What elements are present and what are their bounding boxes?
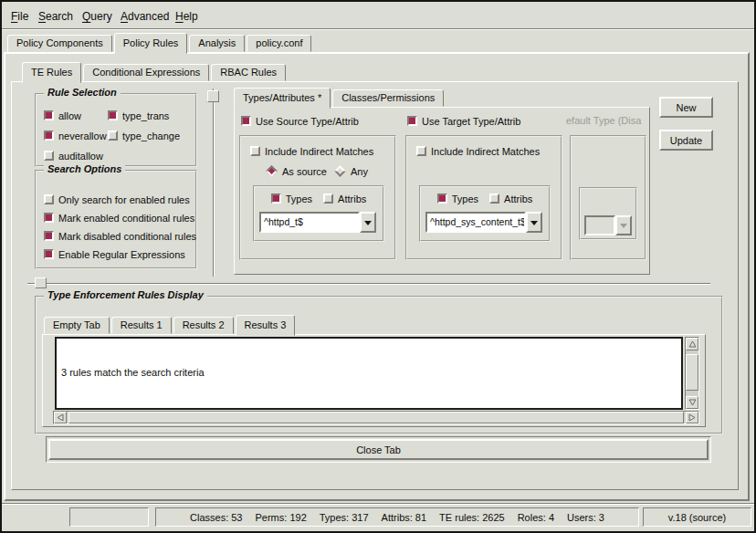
results-tabbar: Empty Tab Results 1 Results 2 Results 3 [44, 315, 295, 336]
radio-label: As source [282, 166, 327, 177]
stat-users: Users: 3 [567, 512, 604, 523]
status-stats-panel: Classes: 53 Perms: 192 Types: 317 Attrib… [155, 507, 639, 527]
results-vertical-scrollbar[interactable] [685, 337, 699, 410]
checkbox-indicator [241, 116, 251, 126]
checkbox-label: Include Indirect Matches [431, 146, 540, 157]
results-summary: 3 rules match the search criteria [61, 366, 681, 379]
tab-types-attributes[interactable]: Types/Attributes * [234, 88, 331, 109]
horizontal-sash-line [27, 283, 710, 285]
radio-any[interactable]: Any [334, 165, 368, 177]
menu-query[interactable]: Query [82, 10, 112, 24]
checkbox-label: auditallow [58, 151, 103, 162]
tab-results-3[interactable]: Results 3 [236, 315, 296, 336]
chevron-down-icon [620, 224, 627, 232]
checkbox-indicator [416, 146, 426, 156]
tab-analysis[interactable]: Analysis [189, 35, 245, 52]
checkbox-regex[interactable]: Enable Regular Expressions [44, 248, 185, 260]
tab-cond-expr[interactable]: Conditional Expressions [83, 64, 209, 81]
blank-line [61, 404, 681, 410]
checkbox-label: allow [58, 110, 81, 121]
checkbox-use-target[interactable]: Use Target Type/Attrib [407, 115, 520, 127]
close-tab-button[interactable]: Close Tab [48, 439, 709, 460]
tab-rbac-rules[interactable]: RBAC Rules [211, 64, 286, 81]
checkbox-target-indirect[interactable]: Include Indirect Matches [416, 145, 540, 157]
checkbox-target-attribs[interactable]: Attribs [489, 193, 532, 204]
checkbox-mark-enabled[interactable]: Mark enabled conditional rules [44, 212, 194, 224]
checkbox-source-indirect[interactable]: Include Indirect Matches [250, 145, 373, 157]
checkbox-allow[interactable]: allow [44, 110, 81, 121]
tab-results-2[interactable]: Results 2 [173, 317, 234, 334]
checkbox-label: type_trans [122, 110, 169, 121]
status-empty-panel [69, 507, 149, 527]
checkbox-indicator [271, 193, 281, 204]
vertical-sash-handle[interactable] [207, 90, 219, 102]
triangle-right-icon [688, 413, 696, 422]
menu-advanced[interactable]: Advanced [121, 10, 169, 24]
triangle-left-icon [57, 413, 64, 422]
new-button[interactable]: New [659, 97, 713, 118]
default-type-combobox [584, 215, 632, 235]
tab-policy-conf[interactable]: policy.conf [247, 35, 311, 52]
checkbox-type-change[interactable]: type_change [108, 130, 180, 141]
checkbox-indicator [44, 151, 54, 161]
scroll-up-button[interactable] [686, 338, 698, 350]
tab-results-1[interactable]: Results 1 [111, 317, 172, 334]
checkbox-indicator [407, 116, 417, 126]
target-type-entry[interactable]: ^httpd_sys_content_t$ [425, 212, 526, 233]
target-type-dropdown-button[interactable] [526, 212, 542, 233]
checkbox-indicator [44, 110, 54, 120]
scroll-thumb[interactable] [68, 412, 684, 423]
checkbox-indicator [44, 249, 54, 259]
menu-search[interactable]: Search [38, 10, 73, 24]
checkbox-target-types[interactable]: Types [437, 193, 478, 204]
results-textarea[interactable]: 3 rules match the search criteria (5822)… [55, 337, 683, 410]
checkbox-label: Types [452, 193, 478, 204]
target-type-combobox: ^httpd_sys_content_t$ [425, 212, 542, 233]
default-type-entry [584, 215, 615, 235]
default-type-title: efault Type (Disa [566, 115, 646, 127]
checkbox-auditallow[interactable]: auditallow [44, 150, 103, 162]
checkbox-indicator [44, 213, 54, 223]
checkbox-mark-disabled[interactable]: Mark disabled conditional rules [44, 230, 196, 242]
triangle-up-icon [688, 340, 697, 348]
source-type-entry[interactable]: ^httpd_t$ [259, 212, 360, 233]
checkbox-label: Types [286, 193, 312, 204]
scroll-down-button[interactable] [686, 396, 698, 409]
checkbox-indicator [250, 146, 260, 156]
results-title: Type Enforcement Rules Display [44, 289, 207, 300]
stat-attribs: Attribs: 81 [382, 512, 427, 523]
checkbox-label: Use Source Type/Attrib [256, 116, 359, 127]
checkbox-use-source[interactable]: Use Source Type/Attrib [241, 115, 359, 127]
checkbox-type-trans[interactable]: type_trans [108, 110, 169, 121]
results-horizontal-scrollbar[interactable] [53, 411, 699, 424]
chevron-down-icon [364, 221, 372, 229]
scroll-left-button[interactable] [54, 412, 67, 423]
tab-policy-rules[interactable]: Policy Rules [114, 33, 188, 54]
tab-empty[interactable]: Empty Tab [44, 317, 110, 334]
stat-roles: Roles: 4 [518, 512, 554, 523]
menu-file[interactable]: File [11, 10, 28, 24]
tab-classes-permissions[interactable]: Classes/Permissions [332, 89, 444, 107]
checkbox-source-attribs[interactable]: Attribs [323, 193, 366, 204]
close-tab-ring: Close Tab [46, 436, 711, 463]
update-button[interactable]: Update [659, 130, 713, 151]
rules-tabbar: TE Rules Conditional Expressions RBAC Ru… [22, 62, 286, 83]
checkbox-indicator [44, 231, 54, 241]
checkbox-label: Attribs [338, 193, 366, 204]
source-type-dropdown-button[interactable] [360, 212, 376, 233]
rule-selection-title: Rule Selection [44, 87, 121, 98]
source-type-combobox: ^httpd_t$ [259, 212, 376, 233]
scroll-thumb[interactable] [686, 354, 698, 391]
tab-te-rules[interactable]: TE Rules [22, 62, 81, 83]
radio-indicator [334, 165, 346, 177]
vertical-sash-line [213, 89, 215, 277]
checkbox-source-types[interactable]: Types [271, 193, 312, 204]
scroll-right-button[interactable] [686, 412, 698, 423]
menu-help[interactable]: Help [175, 10, 198, 24]
tab-policy-components[interactable]: Policy Components [7, 35, 112, 52]
horizontal-sash-handle[interactable] [35, 277, 47, 288]
radio-as-source[interactable]: As source [266, 165, 327, 177]
checkbox-neverallow[interactable]: neverallow [44, 130, 107, 141]
checkbox-enabled-only[interactable]: Only search for enabled rules [44, 193, 190, 205]
checkbox-label: type_change [122, 131, 180, 141]
